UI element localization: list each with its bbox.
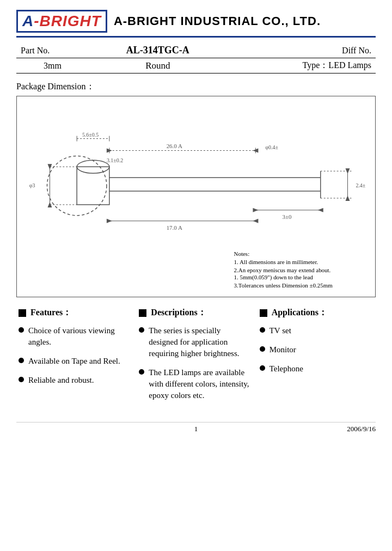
logo-a: A — [22, 13, 34, 29]
diagram-box: 26.0 A 5.6±0.5 2.4± 17.0 A 3±0 φ3 3.1±0.… — [16, 96, 376, 297]
svg-text:Notes:: Notes: — [234, 250, 250, 257]
logo-bright: BRIGHT — [40, 13, 101, 29]
svg-marker-19 — [346, 168, 350, 174]
descriptions-column: Descriptions： The series is specially de… — [134, 307, 255, 409]
bullet-icon-3 — [19, 377, 24, 382]
descriptions-square-icon — [139, 309, 146, 317]
applications-square-icon — [260, 309, 267, 317]
application-item-3: Telephone — [260, 363, 371, 375]
page-footer: 1 2006/9/16 — [16, 422, 376, 433]
size-label: 3mm — [16, 58, 89, 74]
svg-text:2.4±: 2.4± — [356, 182, 365, 188]
svg-rect-1 — [77, 167, 109, 205]
feature-item-1: Choice of various viewing angles. — [19, 325, 130, 348]
bullet-icon-2 — [19, 358, 24, 363]
application-text-1: TV set — [270, 325, 291, 336]
page-number: 1 — [136, 425, 256, 433]
diff-no-label: Diff No. — [227, 43, 376, 58]
part-no-label: Part No. — [16, 43, 89, 58]
package-title: Package Dimension： — [16, 81, 376, 93]
descriptions-label: Descriptions： — [151, 307, 206, 319]
svg-text:2.An epoxy meniscus may extend: 2.An epoxy meniscus may extend about. — [234, 267, 331, 273]
description-item-1: The series is specially designed for app… — [139, 325, 250, 359]
svg-text:3±0: 3±0 — [283, 213, 292, 220]
applications-header: Applications： — [260, 307, 371, 319]
svg-text:26.0 A: 26.0 A — [167, 143, 182, 149]
svg-text:5.6±0.5: 5.6±0.5 — [82, 132, 99, 138]
part-no-value: AL-314TGC-A — [89, 43, 226, 58]
svg-text:17.0 A: 17.0 A — [167, 224, 182, 231]
feature-text-2: Available on Tape and Reel. — [28, 356, 120, 367]
feature-text-1: Choice of various viewing angles. — [28, 325, 130, 348]
svg-text:1. All dimensions are in milli: 1. All dimensions are in millimeter. — [234, 259, 318, 265]
company-name: A-BRIGHT INDUSTRIAL CO., LTD. — [114, 14, 321, 28]
diagram-svg: 26.0 A 5.6±0.5 2.4± 17.0 A 3±0 φ3 3.1±0.… — [17, 96, 375, 297]
features-header: Features： — [19, 307, 130, 319]
applications-column: Applications： TV set Monitor Telephone — [255, 307, 376, 409]
logo-hyphen: - — [34, 13, 39, 29]
shape-label: Round — [89, 58, 226, 74]
description-text-1: The series is specially designed for app… — [149, 325, 250, 359]
feature-item-2: Available on Tape and Reel. — [19, 356, 130, 367]
application-text-3: Telephone — [270, 363, 303, 375]
app-bullet-icon-3 — [260, 365, 265, 371]
app-bullet-icon-2 — [260, 346, 265, 352]
logo: A-BRIGHT — [16, 10, 107, 33]
features-square-icon — [19, 309, 26, 317]
type-label: Type：LED Lamps — [227, 58, 376, 74]
descriptions-header: Descriptions： — [139, 307, 250, 319]
features-column: Features： Choice of various viewing angl… — [16, 307, 134, 409]
svg-marker-23 — [107, 219, 112, 223]
description-text-2: The LED lamps are available with differe… — [149, 367, 250, 401]
description-item-2: The LED lamps are available with differe… — [139, 367, 250, 401]
applications-label: Applications： — [272, 307, 327, 319]
svg-text:1. 5mm(0.059") down to the lea: 1. 5mm(0.059") down to the lead — [234, 274, 314, 281]
desc-bullet-icon-1 — [139, 327, 144, 333]
svg-marker-27 — [253, 208, 258, 212]
svg-marker-20 — [346, 195, 350, 201]
desc-bullet-icon-2 — [139, 369, 144, 375]
application-text-2: Monitor — [270, 344, 296, 356]
page-header: A-BRIGHT A-BRIGHT INDUSTRIAL CO., LTD. — [16, 10, 376, 38]
part-info-table: Part No. AL-314TGC-A Diff No. 3mm Round … — [16, 43, 376, 74]
application-item-1: TV set — [260, 325, 371, 336]
three-column-section: Features： Choice of various viewing angl… — [16, 307, 376, 409]
svg-marker-28 — [318, 208, 323, 212]
feature-item-3: Reliable and robust. — [19, 375, 130, 386]
footer-date: 2006/9/16 — [256, 425, 376, 433]
svg-text:3.Tolerances unless Dimension : 3.Tolerances unless Dimension ±0.25mm — [234, 282, 333, 289]
app-bullet-icon-1 — [260, 327, 265, 333]
features-label: Features： — [30, 307, 71, 319]
svg-text:3.1±0.2: 3.1±0.2 — [107, 157, 123, 163]
svg-text:φ3: φ3 — [29, 182, 35, 188]
svg-marker-24 — [253, 219, 258, 223]
bullet-icon-1 — [19, 327, 24, 333]
application-item-2: Monitor — [260, 344, 371, 356]
svg-text:φ0.4±: φ0.4± — [265, 144, 278, 150]
feature-text-3: Reliable and robust. — [28, 375, 94, 386]
footer-spacer — [16, 425, 136, 433]
